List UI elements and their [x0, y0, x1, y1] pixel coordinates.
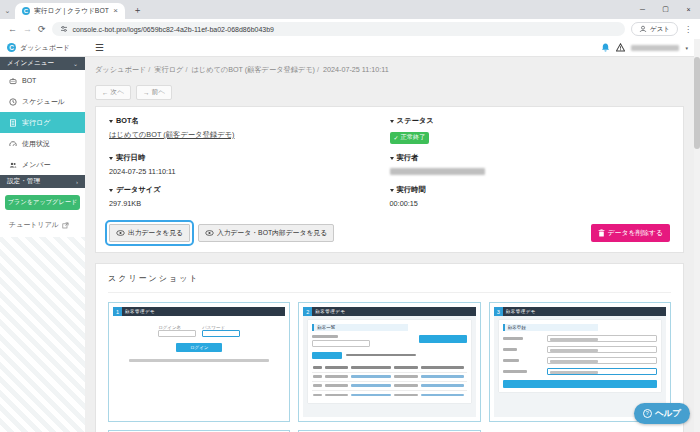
forward-icon[interactable]: → [23, 25, 32, 34]
check-icon: ✓ [394, 134, 399, 141]
screenshots-card: スクリーンショット 1 顧客管理デモ ログイン名 [95, 263, 684, 432]
maximize-button[interactable]: ▢ [654, 0, 677, 18]
login-name-input [158, 330, 196, 337]
address-bar[interactable]: console.c-bot.pro/logs/0659bc82-4a2b-11e… [52, 22, 625, 36]
gauge-icon [9, 140, 17, 148]
close-window-button[interactable]: × [677, 0, 700, 18]
prev-label: 前へ [152, 88, 165, 97]
field-executor: 実行者 [390, 153, 671, 176]
breadcrumb-bot-name[interactable]: はじめてのBOT (顧客データ登録デモ) [183, 65, 315, 74]
screenshots-grid: 1 顧客管理デモ ログイン名 パスワード [108, 302, 671, 432]
profile-label: ゲスト [650, 25, 670, 34]
sidebar-item-exec-log[interactable]: 実行ログ [0, 112, 85, 133]
field-status: ステータス ✓ 正常終了 [390, 116, 671, 144]
browser-tab-strip: ⌄ C 実行ログ | クラウドBOT × ＋ ─ ▢ × [0, 0, 700, 19]
sidebar-toggle-icon[interactable]: ☰ [95, 43, 104, 53]
view-input-label: 入力データ・BOT内部データを見る [217, 228, 327, 238]
datasize-value: 297.91KB [109, 199, 390, 208]
brand-label: ダッシュボード [20, 43, 70, 53]
trash-icon [598, 229, 605, 237]
upgrade-plan-button[interactable]: プランをアップグレード [5, 195, 80, 210]
user-email-redacted[interactable] [631, 45, 679, 51]
log-document-icon [9, 119, 17, 127]
cloudbot-logo-icon: C [7, 43, 16, 52]
sidebar-item-usage[interactable]: 使用状況 [0, 133, 85, 154]
status-label: ステータス [397, 116, 434, 126]
sidebar-item-label: スケジュール [22, 97, 65, 107]
screenshot-thumb-1[interactable]: 1 顧客管理デモ ログイン名 パスワード [108, 302, 290, 422]
scrollbar-thumb[interactable] [694, 57, 700, 149]
caret-down-icon [390, 157, 394, 160]
log-nav: ← 次へ → 前へ [95, 85, 684, 100]
field-datetime: 実行日時 2024-07-25 11:10:11 [109, 153, 390, 176]
browser-tab[interactable]: C 実行ログ | クラウドBOT × [15, 3, 125, 19]
text-line [312, 335, 338, 338]
chevron-down-icon: ⌄ [73, 60, 78, 67]
page-scrollbar[interactable] [694, 39, 700, 432]
back-icon[interactable]: ← [8, 25, 17, 34]
next-label: 次へ [111, 88, 124, 97]
view-output-data-button[interactable]: 出力データを見る [109, 224, 190, 242]
mini-search-button [419, 335, 467, 343]
duration-label: 実行時間 [397, 185, 426, 195]
breadcrumb-exec-log[interactable]: 実行ログ [146, 65, 183, 74]
browser-menu-icon[interactable]: ⋮ [684, 25, 692, 34]
delete-label: データを削除する [608, 228, 663, 238]
person-icon [639, 25, 647, 33]
sidebar-item-bot[interactable]: BOT [0, 70, 85, 91]
sidebar-item-label: 使用状況 [22, 139, 50, 149]
sidebar-item-members[interactable]: メンバー [0, 154, 85, 175]
executor-redacted [390, 168, 485, 175]
reload-icon[interactable]: ⟳ [38, 25, 46, 34]
mini-form-input-focused [547, 368, 657, 375]
main-menu-label: メインメニュー [7, 59, 54, 68]
main-content: ダッシュボード実行ログはじめてのBOT (顧客データ登録デモ)2024-07-2… [85, 57, 700, 432]
prev-log-button[interactable]: → 前へ [136, 85, 172, 100]
mini-list-title: 顧客一覧 [312, 324, 408, 331]
mini-table-row [312, 372, 466, 381]
screenshot-thumb-2[interactable]: 2 顧客管理デモ 顧客一覧 [298, 302, 480, 422]
header-right: ▾ [601, 43, 700, 52]
minimize-button[interactable]: ─ [631, 0, 654, 18]
profile-button[interactable]: ゲスト [631, 22, 678, 36]
status-text: 正常終了 [401, 133, 426, 142]
notification-bell-icon[interactable] [601, 43, 610, 52]
sidebar-settings-header[interactable]: 設定・管理 › [0, 175, 85, 188]
field-duration: 実行時間 00:00:15 [390, 185, 671, 208]
user-menu-caret-icon[interactable]: ▾ [685, 45, 688, 51]
favicon: C [22, 7, 30, 15]
caret-down-icon [109, 157, 113, 160]
datetime-value: 2024-07-25 11:10:11 [109, 167, 390, 176]
delete-data-button[interactable]: データを削除する [591, 224, 670, 242]
warning-icon[interactable] [616, 43, 625, 52]
mini-login-button: ログイン [176, 343, 222, 352]
site-settings-icon[interactable] [60, 25, 68, 33]
mini-table-row [312, 381, 466, 390]
mini-table [312, 364, 466, 399]
mini-action-button [312, 352, 342, 359]
log-detail-card: BOT名 はじめてのBOT (顧客データ登録デモ) ステータス ✓ 正常終了 実… [95, 106, 684, 253]
sidebar-item-schedule[interactable]: スケジュール [0, 91, 85, 112]
mini-site-title: 顧客管理デモ [506, 309, 536, 314]
breadcrumb-current: 2024-07-25 11:10:11 [315, 65, 389, 74]
tab-close-icon[interactable]: × [113, 7, 118, 15]
tab-search-icon[interactable]: ⌄ [0, 7, 15, 19]
sidebar-main-menu-header[interactable]: メインメニュー ⌄ [0, 57, 85, 70]
app-brand[interactable]: C ダッシュボード [0, 43, 85, 53]
view-input-data-button[interactable]: 入力データ・BOT内部データを見る [198, 224, 334, 242]
next-log-button[interactable]: ← 次へ [95, 85, 131, 100]
mini-search-input [312, 340, 370, 347]
help-button[interactable]: ？ ヘルプ [634, 403, 690, 424]
text-line [129, 359, 269, 362]
mini-submit-button [503, 380, 657, 388]
mini-site-header: 3 顧客管理デモ [494, 307, 666, 316]
bot-name-link[interactable]: はじめてのBOT (顧客データ登録デモ) [109, 130, 234, 139]
status-badge: ✓ 正常終了 [390, 132, 430, 144]
executor-label: 実行者 [397, 153, 419, 163]
breadcrumb-dashboard[interactable]: ダッシュボード [95, 65, 146, 74]
external-link-icon [62, 222, 69, 229]
tutorial-link[interactable]: チュートリアル [0, 213, 85, 237]
settings-label: 設定・管理 [7, 177, 40, 186]
new-tab-button[interactable]: ＋ [133, 6, 142, 15]
chevron-right-icon: › [76, 179, 78, 185]
